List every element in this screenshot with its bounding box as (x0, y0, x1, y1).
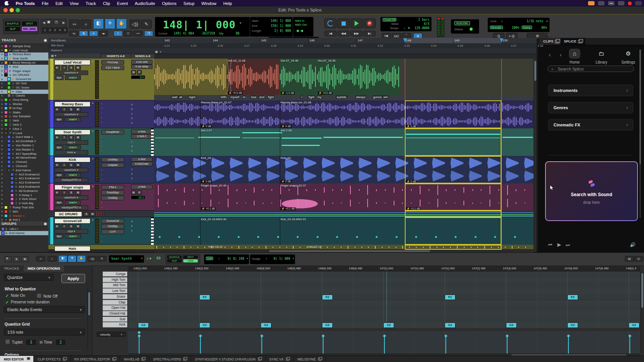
track-name[interactable]: Kick (54, 157, 90, 162)
insert-slot-empty[interactable]: • (101, 111, 123, 116)
send-slot[interactable]: c (131, 167, 153, 171)
record-button[interactable]: P (363, 18, 376, 28)
delay-indicator[interactable]: Dly (219, 32, 223, 35)
lyric-word[interactable]: wait (171, 95, 178, 99)
midi-note-kick[interactable]: C2 (567, 323, 578, 328)
send-slot[interactable]: a (131, 102, 153, 106)
input-monitor-button[interactable]: I (61, 135, 67, 140)
midi-note-kick[interactable]: C2 (322, 323, 333, 328)
link-track-edit-button[interactable]: ≡ (89, 31, 98, 36)
clip-gain-badge[interactable]: ⚡ 0 dB (201, 180, 212, 183)
dyn-button[interactable]: dyn (54, 234, 64, 239)
insert-slot-empty[interactable]: • (101, 235, 123, 239)
display-icon[interactable] (598, 1, 605, 5)
track-list-item[interactable]: ▦Soar Synth (0, 56, 48, 61)
track-list-item[interactable]: ▸A3 DontWalk 2 (0, 139, 48, 143)
menu-file[interactable]: File (42, 1, 49, 6)
screen-record-icon[interactable] (588, 1, 595, 5)
online-button[interactable] (324, 18, 337, 28)
track-name[interactable]: Finger snaps (54, 185, 90, 190)
track-list-item[interactable]: ↧Pump That Shit (0, 205, 48, 210)
elastic-audio-selector[interactable]: none ● (54, 150, 88, 155)
record-arm-button[interactable] (54, 135, 60, 140)
edit-selection-box[interactable] (405, 100, 501, 128)
note-on-checkbox[interactable]: ✓Note On (5, 293, 25, 298)
nav-library[interactable]: 🗀Library (591, 49, 612, 64)
track-name[interactable]: Hats (54, 246, 90, 251)
track-list-item[interactable]: ▸Clacks (0, 94, 48, 98)
track-list-item[interactable]: ▸A18 EndHarm5 (0, 185, 48, 189)
record-arm-button[interactable] (54, 107, 60, 112)
send-slot[interactable]: b (131, 223, 153, 228)
folder-solo-button[interactable]: S (84, 212, 89, 216)
midi-solo-button[interactable]: S (13, 256, 20, 262)
lyric-word[interactable]: night (188, 95, 196, 99)
velocity-stem[interactable] (629, 337, 630, 354)
track-list-item[interactable]: ▸A4 NeverKnew (0, 156, 48, 160)
track-view-selector[interactable]: waveform ▾ (54, 112, 88, 117)
track-list-item[interactable]: ↧V Verb Big (0, 201, 48, 205)
clip[interactable]: Vox.07_15-46⚡ -1.0 dB (280, 59, 317, 95)
midi-v-scrollbar[interactable] (641, 272, 644, 353)
lane-label-clap[interactable]: Clap (103, 300, 127, 305)
preserve-duration-checkbox[interactable]: ✓Preserve note duration (5, 300, 49, 304)
group-item[interactable]: aEnd Harms (0, 231, 48, 235)
lane-label-kick[interactable]: Kick (103, 322, 127, 327)
groups-panel-menu-icon[interactable]: ◉ (44, 222, 47, 226)
drum-lane-high-tom[interactable] (128, 277, 640, 283)
input-monitor-button[interactable]: I (61, 107, 67, 112)
previous-sample-icon[interactable]: ⏮ (548, 242, 552, 247)
insertion-follows-playback-button[interactable]: ◂▸ (99, 31, 108, 36)
midi-note-kick[interactable]: C2 (199, 323, 210, 328)
menu-window[interactable]: Window (201, 1, 216, 6)
insert-slot[interactable]: ChnlStrp (101, 196, 124, 200)
midi-note-kick[interactable]: C2 (383, 323, 394, 328)
track-header-gc-drums[interactable]: GC DRUMSSM (48, 211, 154, 217)
groups-panel-header[interactable]: GROUPS◉ (0, 221, 48, 226)
clip-gain-badge[interactable]: ⚡ +0.1 dB (201, 207, 216, 210)
drum-lane-sub[interactable] (128, 317, 640, 323)
tuplet-value[interactable]: 3 (26, 340, 36, 345)
q-grid-value[interactable]: 1/16 note (527, 20, 543, 23)
lyric-word[interactable]: With (220, 95, 227, 99)
midi-drum-note[interactable] (159, 236, 161, 238)
record-arm-button[interactable] (54, 163, 60, 167)
midi-edit-mode-grid[interactable]: GRID (183, 259, 198, 262)
insert-slot[interactable]: GrooveCell (101, 219, 124, 223)
pencil-tool[interactable]: ✎ (141, 20, 152, 29)
edit-h-scrollbar[interactable] (154, 249, 534, 252)
edit-mode-spot[interactable]: SPOT (22, 21, 37, 26)
lane-label-low-tom[interactable]: Low Tom (103, 288, 127, 293)
go-to-end-button[interactable]: ▶| (363, 31, 376, 36)
record-arm-button[interactable] (54, 190, 60, 195)
trim-tool[interactable]: ◧ (93, 18, 104, 29)
midi-nudge-value[interactable]: 0| 1| 000 (274, 257, 290, 260)
insert-slot[interactable]: Lo-Fi (101, 229, 124, 234)
clip-gain-badge[interactable]: ⚡ 0 dB (201, 125, 212, 128)
menu-view[interactable]: View (70, 1, 79, 6)
track-list-item[interactable]: ▸Stabs (0, 110, 48, 115)
rewind-button[interactable]: ◀◀ (337, 31, 350, 36)
track-list-item[interactable]: ↧GC Snare (0, 85, 48, 90)
send-slot[interactable]: e (131, 148, 153, 153)
send-slot[interactable]: b Verb 2 (131, 134, 153, 139)
lyric-word[interactable]: my (317, 95, 322, 99)
midi-edit-mode-shuffle[interactable]: SHUFFLE (167, 256, 182, 259)
send-slot[interactable]: e (131, 120, 153, 125)
menu-edit[interactable]: Edit (56, 1, 63, 6)
track-view-selector[interactable]: waveform ▾ (54, 195, 88, 200)
tempo-value[interactable]: 129.0000 (414, 26, 429, 30)
solo-button[interactable]: S (68, 107, 74, 112)
mute-button[interactable]: M (75, 107, 81, 112)
lane-label-conga[interactable]: Conga (103, 272, 127, 277)
elastic-audio-selector[interactable]: elastiquePRO ● (54, 178, 88, 182)
track-list-item[interactable]: ▸A9 EndHarm1 (0, 189, 48, 193)
insert-slot-empty[interactable]: • (101, 144, 123, 149)
insert-slot-empty[interactable]: • (101, 168, 123, 173)
track-view-selector[interactable]: waveform ▾ (54, 70, 88, 75)
input-monitor-button[interactable]: I (61, 163, 67, 167)
insert-slot-empty[interactable]: • (101, 177, 123, 182)
lyric-word[interactable]: to (242, 95, 246, 99)
input-monitor-button[interactable]: I (61, 224, 67, 229)
midi-note-line[interactable] (324, 137, 403, 138)
